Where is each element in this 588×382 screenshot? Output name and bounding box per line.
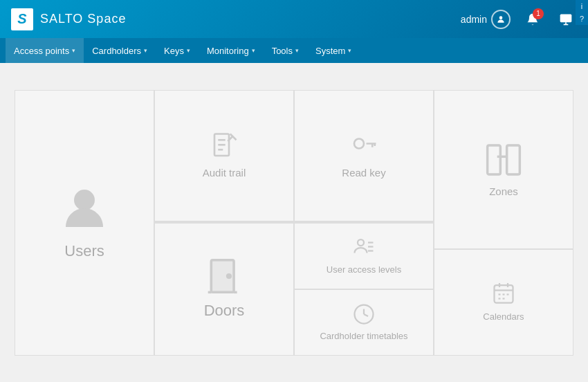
user-menu[interactable]: admin xyxy=(461,10,511,29)
download-button[interactable] xyxy=(555,8,577,30)
nav-monitoring-chevron: ▾ xyxy=(252,47,255,54)
nav-monitoring[interactable]: Monitoring ▾ xyxy=(199,38,264,63)
svg-rect-26 xyxy=(507,145,520,174)
cell-read-key[interactable]: Read key xyxy=(295,91,433,222)
info-icon-1[interactable]: i xyxy=(576,0,588,12)
read-key-label: Read key xyxy=(342,166,385,180)
svg-point-0 xyxy=(499,16,503,19)
cell-middle-right: User access levels Cardholder timetables xyxy=(295,224,433,355)
cell-doors[interactable]: Doors xyxy=(155,224,293,355)
audit-trail-label: Audit trail xyxy=(203,166,246,180)
nav-cardholders-chevron: ▾ xyxy=(144,47,147,54)
nav-access-points-chevron: ▾ xyxy=(72,47,75,54)
nav-keys-label: Keys xyxy=(164,46,184,56)
nav-system-label: System xyxy=(315,46,345,56)
cell-users[interactable]: Users xyxy=(15,91,154,355)
nav-keys-chevron: ▾ xyxy=(187,47,190,54)
notification-badge: 1 xyxy=(533,8,544,19)
users-label: Users xyxy=(64,242,104,262)
calendars-label: Calendars xyxy=(483,311,524,323)
logo-area: S SALTO Space xyxy=(11,8,126,30)
user-access-levels-icon xyxy=(351,235,376,260)
svg-point-15 xyxy=(228,275,231,278)
svg-point-4 xyxy=(74,190,95,210)
logo-box: S xyxy=(11,8,33,30)
svg-point-9 xyxy=(354,138,364,148)
read-key-icon xyxy=(349,131,378,161)
nav-tools-chevron: ▾ xyxy=(295,47,299,54)
user-access-levels-label: User access levels xyxy=(327,264,401,276)
header: S SALTO Space admin 1 i ? xyxy=(0,0,588,38)
svg-line-24 xyxy=(364,314,368,316)
nav-access-points[interactable]: Access points ▾ xyxy=(6,38,84,63)
users-icon xyxy=(59,183,109,233)
dashboard-grid: Users Audit trail Read key xyxy=(15,90,573,356)
nav-system[interactable]: System ▾ xyxy=(307,38,360,63)
zones-label: Zones xyxy=(489,185,518,199)
doors-label: Doors xyxy=(204,301,245,321)
cardholder-timetables-label: Cardholder timetables xyxy=(320,331,407,343)
nav-access-points-label: Access points xyxy=(14,46,69,56)
nav-tools-label: Tools xyxy=(272,46,293,56)
logo-s-letter: S xyxy=(17,11,26,27)
nav-cardholders[interactable]: Cardholders ▾ xyxy=(84,38,156,63)
nav-tools[interactable]: Tools ▾ xyxy=(264,38,307,63)
cell-right-panel: Zones Calendars xyxy=(434,91,573,355)
cardholder-timetables-icon xyxy=(351,302,376,327)
user-avatar-icon xyxy=(491,10,511,29)
zones-icon xyxy=(484,140,523,179)
svg-rect-25 xyxy=(488,145,501,174)
notifications-button[interactable]: 1 xyxy=(522,8,544,30)
side-info-icons: i ? xyxy=(576,0,588,25)
main-content: Users Audit trail Read key xyxy=(0,63,588,382)
cell-zones[interactable]: Zones xyxy=(434,91,573,248)
cell-user-access-levels[interactable]: User access levels xyxy=(295,224,433,289)
doors-icon xyxy=(205,257,244,295)
nav-keys[interactable]: Keys ▾ xyxy=(156,38,199,63)
navigation-bar: Access points ▾ Cardholders ▾ Keys ▾ Mon… xyxy=(0,38,588,63)
app-name: SALTO Space xyxy=(40,12,126,26)
cell-calendars[interactable]: Calendars xyxy=(434,250,573,355)
header-right: admin 1 xyxy=(461,8,577,30)
cell-audit-trail[interactable]: Audit trail xyxy=(155,91,293,222)
nav-system-chevron: ▾ xyxy=(348,47,351,54)
info-icon-2[interactable]: ? xyxy=(576,12,588,25)
nav-cardholders-label: Cardholders xyxy=(92,46,141,56)
cell-cardholder-timetables[interactable]: Cardholder timetables xyxy=(295,290,433,355)
svg-point-18 xyxy=(358,239,364,246)
username-label: admin xyxy=(461,14,487,25)
svg-rect-1 xyxy=(560,14,572,22)
audit-trail-icon xyxy=(210,131,239,161)
nav-monitoring-label: Monitoring xyxy=(207,46,249,56)
calendars-icon xyxy=(491,281,516,306)
